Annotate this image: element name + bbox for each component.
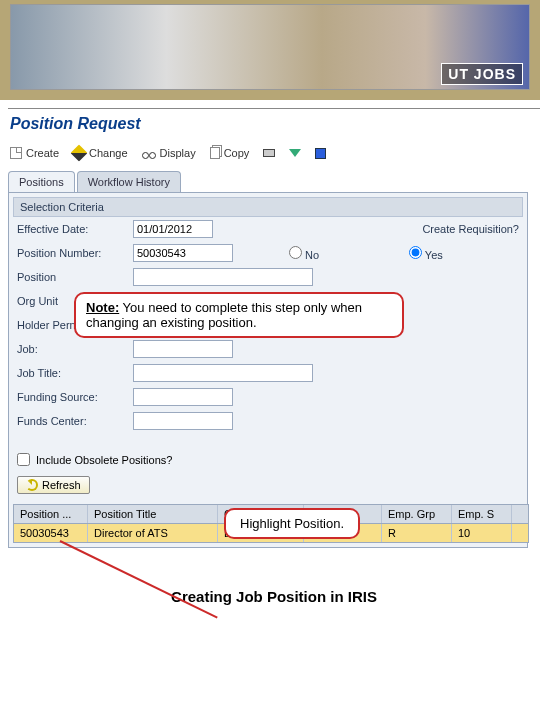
include-obsolete-checkbox[interactable] [17,453,30,466]
position-label: Position [17,271,127,283]
pencil-icon [71,145,88,162]
funds-center-input[interactable] [133,412,233,430]
create-label: Create [26,147,59,159]
create-req-label: Create Requisition? [422,223,519,235]
funding-source-label: Funding Source: [17,391,127,403]
req-no-option[interactable]: No [289,246,399,261]
copy-label: Copy [224,147,250,159]
banner-image-strip: UT JOBS [10,4,530,90]
position-number-label: Position Number: [17,247,127,259]
print-icon [263,149,275,157]
toolbar: Create Change Display Copy [8,143,540,165]
job-title-input[interactable] [133,364,313,382]
job-title-label: Job Title: [17,367,127,379]
cell-title: Director of ATS [88,524,218,542]
selection-criteria-panel: Selection Criteria Effective Date: Creat… [8,192,528,548]
new-icon [10,147,22,159]
change-button[interactable]: Change [73,147,128,159]
col-position-title[interactable]: Position Title [88,505,218,523]
col-emp-s[interactable]: Emp. S [452,505,512,523]
funding-source-input[interactable] [133,388,233,406]
create-req-radio-group: No Yes [289,246,519,261]
refresh-icon [26,479,38,491]
funds-center-label: Funds Center: [17,415,127,427]
tab-strip: Positions Workflow History [8,171,540,192]
req-yes-option[interactable]: Yes [409,246,519,261]
include-obsolete-label: Include Obsolete Positions? [36,454,172,466]
change-label: Change [89,147,128,159]
selection-criteria-header: Selection Criteria [13,197,523,217]
note-callout: Note: You need to complete this step onl… [74,292,404,338]
position-input[interactable] [133,268,313,286]
note-text: You need to complete this step only when… [86,300,362,330]
col-emp-grp[interactable]: Emp. Grp [382,505,452,523]
tab-positions[interactable]: Positions [8,171,75,192]
create-button[interactable]: Create [10,147,59,159]
funnel-icon [289,149,301,157]
display-label: Display [160,147,196,159]
save-icon [315,148,326,159]
effective-date-label: Effective Date: [17,223,127,235]
tab-workflow-history[interactable]: Workflow History [77,171,181,192]
job-input[interactable] [133,340,233,358]
cell-emp-grp: R [382,524,452,542]
save-button[interactable] [315,147,326,159]
refresh-label: Refresh [42,479,81,491]
filter-button[interactable] [289,147,301,159]
page-title: Position Request [8,108,540,143]
brand-logo: UT JOBS [441,63,523,85]
highlight-text: Highlight Position. [240,516,344,531]
cell-position: 50030543 [14,524,88,542]
refresh-button[interactable]: Refresh [17,476,90,494]
app-window: Position Request Create Change Display C… [0,100,540,625]
position-number-input[interactable] [133,244,233,262]
effective-date-input[interactable] [133,220,213,238]
slide-caption: Creating Job Position in IRIS [8,548,540,625]
cell-emp-s: 10 [452,524,512,542]
col-position[interactable]: Position ... [14,505,88,523]
display-button[interactable]: Display [142,147,196,159]
copy-button[interactable]: Copy [210,147,250,159]
highlight-callout: Highlight Position. [224,508,360,539]
copy-icon [210,147,220,159]
job-label: Job: [17,343,127,355]
brand-banner: UT JOBS [0,0,540,100]
note-prefix: Note: [86,300,119,315]
glasses-icon [142,149,156,157]
print-button[interactable] [263,147,275,159]
